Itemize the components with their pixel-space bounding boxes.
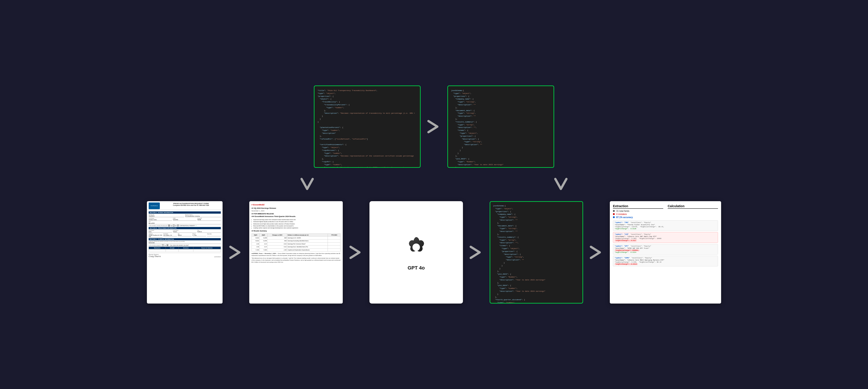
- result-entry-spy: "symbol": "SPY" "assetClass": "Equity" "…: [613, 244, 718, 255]
- press-date: November 1, 2024: [251, 210, 341, 212]
- group-id-field: Group ID 06096: [197, 218, 221, 221]
- press-bullet-4: Returned $9.8 billion to shareholders in…: [253, 225, 341, 227]
- first-name-field: First Name windsor locks: [149, 218, 172, 221]
- top-arrow-1: [421, 118, 447, 135]
- form-title-block: PRIOR AUTHORIZATION REQUEST FORM Complet…: [161, 202, 221, 206]
- results-data: "symbol": "TMO" "assetClass": "Equity" "…: [613, 220, 718, 267]
- prescriber-row-1: First Name greg Last Name Ybarra Fax W-B…: [149, 230, 221, 233]
- calculation-title: Calculation: [668, 204, 718, 209]
- iemg-ytd: "avgDailyChange": 0.048,: [615, 261, 637, 263]
- press-bullet-3: Delivered record high-value product sale…: [253, 223, 341, 225]
- table-row-1: 8,610 9,248 -638 Earnings (U.S. GAAP): [252, 236, 341, 239]
- med-col-reason: Reason for Selection: [193, 247, 221, 249]
- th-3q24: 3Q24: [252, 233, 259, 236]
- patient-row-2: First Name windsor locks DOB 03/19/92 Gr…: [149, 218, 221, 221]
- blue-bullet-icon: [613, 216, 615, 218]
- ijr-asset: "assetClass": "Equity": [630, 233, 651, 235]
- bottom-json-card: jsonSchema:{ "type": "object", "properti…: [490, 201, 583, 303]
- tmo-ytd: "avgDailyChange": 119735,: [615, 226, 638, 228]
- main-container: "title": "Palm Oil Transparency Traceabi…: [0, 0, 868, 389]
- table-row-2: 8,610 9,248 -639 Earnings Excluding Iden…: [252, 239, 341, 242]
- signature-label: Physician Signature: Craig Ybarra: [149, 254, 161, 257]
- stat-total-fields: 31 total fields: [613, 210, 663, 212]
- ijr-pct-error: "avgPctChange": -0.017: [615, 240, 637, 241]
- gpt-label: GPT 4o: [407, 265, 425, 271]
- checkbox-yes: ☑: [168, 225, 170, 226]
- press-content: # ExxonMobil ## 3Q 2024 Earnings Release…: [251, 203, 341, 263]
- press-bullet-1: Improved earnings power from enterprise-…: [253, 219, 341, 221]
- med-col-directions: Directions: [179, 247, 193, 249]
- results-stats-row: Extraction 31 total fields 4 mistakes: [613, 204, 718, 219]
- iemg-desc: "assetName": "iShares Core MSCI Emerging…: [615, 259, 716, 261]
- chevron-right-icon-2: [347, 244, 365, 261]
- prescriber-fax: Fax W-BCG: [197, 230, 221, 233]
- results-summary-header: ## Results Summary: [251, 230, 341, 232]
- ijr-symbol: "symbol": "IJR": [615, 233, 629, 235]
- press-body: eeSPRING, Texas — November 1, 2024 — Exx…: [251, 253, 341, 257]
- table-row-5: 7,150 7,029 +120 Capital and Exploration…: [252, 248, 341, 251]
- schema2-content: jsonSchema:{ "type": "object", "properti…: [451, 89, 550, 168]
- prescriber-last-name: Last Name Ybarra: [173, 230, 196, 233]
- spy-desc: "assetName": "SPDR S&P 500 ETF Trust": [615, 248, 716, 249]
- press-bullets: Improved earnings power from enterprise-…: [253, 219, 341, 229]
- chevron-right-icon-4: [588, 244, 606, 261]
- result-entry-ijr: "symbol": "IJR" "assetClass": "Equity" "…: [613, 232, 718, 243]
- bottom-arrow-3: [463, 244, 490, 261]
- bottom-schema-content: jsonSchema:{ "type": "object", "properti…: [493, 204, 580, 303]
- bottom-arrow-1: [223, 244, 249, 261]
- iemg-asset: "assetClass": "Equity": [631, 257, 652, 259]
- press-bullet-5: Leading carbon capture and storage devel…: [253, 227, 341, 229]
- th-change: Change vs 2024: [267, 233, 287, 236]
- clinical-info-header: SECTION C - CLINICAL INFORMATION: [149, 238, 221, 240]
- chevron-right-icon-top-1: [425, 118, 443, 135]
- form-card: UnitedHealthcare PRIOR AUTHORIZATION REQ…: [147, 201, 223, 303]
- checkbox-continuation: ✓: [177, 225, 179, 226]
- svg-point-0: [412, 244, 420, 251]
- press-company: # ExxonMobil: [251, 203, 341, 206]
- ijr-ytd: "avgDailyChange": 0.003,: [615, 238, 637, 239]
- gpt-logo-icon: [403, 234, 430, 261]
- uhc-logo: UnitedHealthcare: [149, 202, 160, 209]
- press-bullet-2: Achieved highest liquids production in o…: [253, 221, 341, 223]
- signature-area: Physician Signature: Craig Ybarra 12/04/…: [149, 253, 221, 257]
- th-2q24: 2Q24: [259, 233, 267, 236]
- member-checkbox-row: Is this member currently Homebound? ☑ Ye…: [149, 225, 221, 226]
- member-program-row: Is this member pregnant? Yes No If yes, …: [149, 245, 221, 246]
- extraction-stats: 31 total fields 4 mistakes 87.1% accurac…: [613, 210, 663, 219]
- med-col-strength: Strength: [166, 247, 179, 249]
- patient-row-1: Member ID 10y22844 Member Name 18 chambe…: [149, 214, 221, 217]
- prescriber-info-header: SECTION B - PRESCRIBER INFORMATION: [149, 227, 221, 229]
- stat-accuracy: 87.1% accuracy: [613, 216, 663, 219]
- prescriber-row-2: Address 20395 Pacifica Dr STE 105 City/S…: [149, 233, 221, 237]
- npi-field: NPI gtp-a4302: [149, 221, 221, 224]
- prescriber-city-state: City/State Los Gatos, CA: [163, 233, 177, 237]
- spy-asset: "assetClass": "Equity": [630, 245, 651, 247]
- med-row-1: [149, 249, 221, 252]
- form-body: SECTION A - PATIENT INFORMATION Member I…: [147, 210, 223, 258]
- iemg-pct-error: "avgPctChange": -0.8514: [615, 263, 638, 265]
- tmo-avg: "AvgDollarChange": -$6.41,: [640, 226, 664, 228]
- gpt-card: GPT 4o: [369, 201, 463, 303]
- dob-field: DOB 03/19/92: [173, 218, 196, 221]
- signature-img: Craig Ybarra: [149, 255, 161, 257]
- extraction-title: Extraction: [613, 204, 663, 209]
- tmo-asset: "assetClass": "Equity": [630, 222, 651, 223]
- spy-pct: "avgPctChange": -0.8154: [615, 252, 636, 253]
- member-id-field: Member ID 10y22844: [149, 214, 184, 217]
- prescriber-address: Address 20395 Pacifica Dr STE 105: [149, 233, 162, 237]
- prescriber-specialty: Specialty: [207, 233, 221, 237]
- iemg-symbol: "symbol": "IEMG": [615, 257, 630, 259]
- table-row-3: 1.92 2.14 -0.22 Earnings Per Common Shar…: [252, 242, 341, 245]
- top-schema-card-1: "title": "Palm Oil Transparency Traceabi…: [314, 86, 421, 168]
- results-table: 3Q24 2Q24 Change vs 2024 Dollars in mill…: [251, 233, 341, 252]
- press-release-card: # ExxonMobil ## 3Q 2024 Earnings Release…: [249, 201, 343, 303]
- spy-symbol: "symbol": "SPY": [615, 245, 629, 247]
- ijr-desc: "assetName": "iShares Core S&P Small-Cap…: [615, 236, 716, 237]
- prescriber-first-name: First Name greg: [149, 230, 172, 233]
- down-arrows-row: [9, 177, 859, 192]
- patient-info-header: SECTION A - PATIENT INFORMATION: [149, 212, 221, 214]
- down-arrow-right-icon: [552, 177, 570, 192]
- form-title-sub: Complete ENTIRE form and Fax to: 866-940…: [161, 204, 221, 206]
- prescriber-phone: Phone 1 / Fax: [192, 233, 206, 237]
- down-arrow-left-icon: [298, 177, 316, 192]
